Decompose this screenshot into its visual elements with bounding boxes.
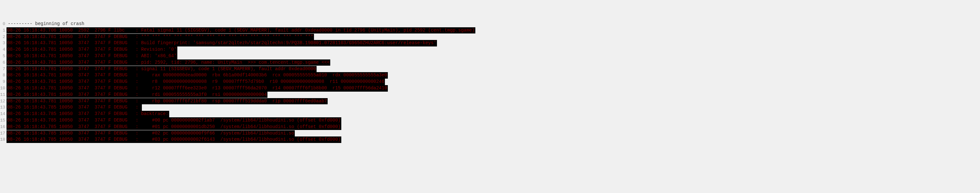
line-number: 5 <box>0 53 6 59</box>
log-line: 1408-26 16:18:43.785 10050 3747 3747 F D… <box>0 111 980 117</box>
log-line: 408-26 16:18:43.781 10050 3747 3747 F DE… <box>0 46 980 53</box>
line-number: 2 <box>0 34 6 40</box>
log-content: 08-26 16:18:43.785 10050 3747 3747 F DEB… <box>6 136 341 143</box>
line-number: 4 <box>0 47 6 53</box>
line-number: 16 <box>0 124 6 130</box>
log-line: 1108-26 16:18:43.781 10050 3747 3747 F D… <box>0 92 980 98</box>
log-content: 08-26 16:18:43.781 10050 3747 3747 F DEB… <box>6 92 267 98</box>
log-line: 1808-26 16:18:43.785 10050 3747 3747 F D… <box>0 136 980 143</box>
log-content: 08-26 16:18:43.785 10050 3747 3747 F DEB… <box>6 104 142 111</box>
line-number: 3 <box>0 40 6 46</box>
line-number: 10 <box>0 85 6 91</box>
crash-header: --------- beginning of crash <box>6 21 84 27</box>
log-content: 08-26 16:18:43.781 10050 3747 3747 F DEB… <box>6 34 314 40</box>
log-line: 108-26 16:18:43.706 10050 2592 2796 F li… <box>0 27 980 34</box>
log-content: 08-26 16:18:43.781 10050 3747 3747 F DEB… <box>6 72 388 79</box>
line-number: 15 <box>0 118 6 123</box>
log-line: 808-26 16:18:43.781 10050 3747 3747 F DE… <box>0 72 980 79</box>
log-line: 1708-26 16:18:43.785 10050 3747 3747 F D… <box>0 130 980 137</box>
log-header-line: 0 --------- beginning of crash <box>0 21 980 27</box>
log-content: 08-26 16:18:43.785 10050 3747 3747 F DEB… <box>6 117 341 124</box>
log-content: 08-26 16:18:43.781 10050 3747 3747 F DEB… <box>6 85 388 92</box>
log-content: 08-26 16:18:43.785 10050 3747 3747 F DEB… <box>6 124 341 130</box>
log-content: 08-26 16:18:43.781 10050 3747 3747 F DEB… <box>6 60 330 66</box>
line-number: 11 <box>0 92 6 98</box>
log-content: 08-26 16:18:43.706 10050 2592 2796 F lib… <box>6 27 476 34</box>
log-content: 08-26 16:18:43.785 10050 3747 3747 F DEB… <box>6 130 295 137</box>
log-content: 08-26 16:18:43.785 10050 3747 3747 F DEB… <box>6 111 169 117</box>
line-number: 0 <box>0 21 6 27</box>
line-number: 18 <box>0 137 6 142</box>
log-line: 1008-26 16:18:43.781 10050 3747 3747 F D… <box>0 85 980 92</box>
log-line: 1508-26 16:18:43.785 10050 3747 3747 F D… <box>0 117 980 124</box>
line-number: 6 <box>0 60 6 66</box>
line-number: 7 <box>0 66 6 72</box>
log-line: 908-26 16:18:43.781 10050 3747 3747 F DE… <box>0 79 980 85</box>
log-line: 508-26 16:18:43.781 10050 3747 3747 F DE… <box>0 53 980 60</box>
log-content: 08-26 16:18:43.781 10050 3747 3747 F DEB… <box>6 98 328 104</box>
log-line: 1308-26 16:18:43.785 10050 3747 3747 F D… <box>0 104 980 111</box>
line-number: 13 <box>0 104 6 111</box>
line-number: 14 <box>0 111 6 117</box>
log-line: 1608-26 16:18:43.785 10050 3747 3747 F D… <box>0 124 980 130</box>
log-line: 308-26 16:18:43.781 10050 3747 3747 F DE… <box>0 40 980 46</box>
log-line: 1208-26 16:18:43.781 10050 3747 3747 F D… <box>0 98 980 104</box>
line-number: 12 <box>0 98 6 104</box>
line-number: 8 <box>0 73 6 78</box>
log-content: 08-26 16:18:43.781 10050 3747 3747 F DEB… <box>6 79 385 85</box>
crash-log-container: 0 --------- beginning of crash 108-26 16… <box>0 21 980 143</box>
log-content: 08-26 16:18:43.781 10050 3747 3747 F DEB… <box>6 40 437 46</box>
log-content: 08-26 16:18:43.781 10050 3747 3747 F DEB… <box>6 66 317 73</box>
line-number: 9 <box>0 79 6 85</box>
line-number: 1 <box>0 28 6 33</box>
log-line: 608-26 16:18:43.781 10050 3747 3747 F DE… <box>0 60 980 66</box>
log-content: 08-26 16:18:43.781 10050 3747 3747 F DEB… <box>6 53 177 60</box>
log-line: 708-26 16:18:43.781 10050 3747 3747 F DE… <box>0 66 980 73</box>
line-number: 17 <box>0 131 6 136</box>
log-content: 08-26 16:18:43.781 10050 3747 3747 F DEB… <box>6 46 177 53</box>
log-line: 208-26 16:18:43.781 10050 3747 3747 F DE… <box>0 34 980 40</box>
